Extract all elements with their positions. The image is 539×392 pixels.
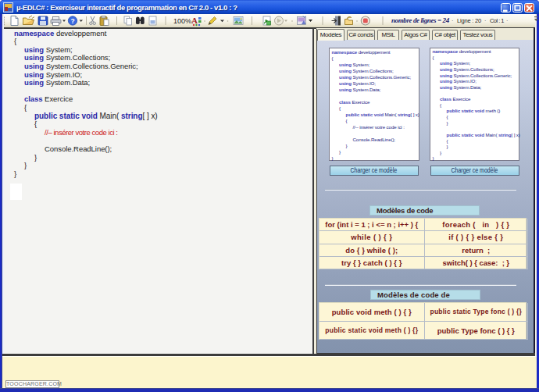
svg-text:100%: 100% xyxy=(173,17,191,25)
svg-text:A: A xyxy=(191,16,198,25)
svg-text:?: ? xyxy=(70,17,74,25)
